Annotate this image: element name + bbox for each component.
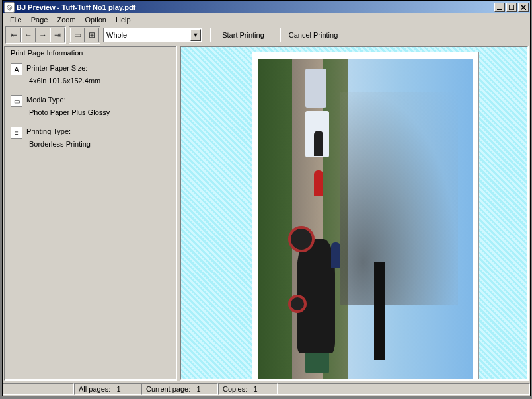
zoom-dropdown-button[interactable]: ▼	[190, 29, 201, 41]
preview-area[interactable]	[180, 46, 529, 381]
media-type-label: Media Type:	[26, 95, 66, 107]
all-pages-label: All pages:	[79, 385, 110, 393]
view-group: ▭ ⊞	[69, 26, 100, 44]
grid-icon: ⊞	[89, 30, 95, 40]
arrow-left-icon: ←	[24, 30, 32, 40]
copies-label: Copies:	[223, 385, 247, 393]
all-pages-value: 1	[116, 385, 120, 393]
first-page-icon: ⇤	[11, 30, 17, 40]
cancel-printing-button[interactable]: Cancel Printing	[280, 28, 346, 42]
printing-type-label: Printing Type:	[26, 127, 71, 139]
media-type-row: ▭ Media Type:	[5, 91, 176, 108]
app-icon: ◎	[4, 2, 15, 13]
status-current-page: Current page: 1	[141, 383, 218, 395]
media-type-icon: ▭	[11, 95, 22, 107]
zoom-value: Whole	[106, 31, 127, 39]
toolbar: ⇤ ← → ⇥ ▭ ⊞ Whole ▼ Start Printing Cance…	[3, 26, 530, 44]
maximize-icon	[509, 5, 514, 10]
sidebar-header: Print Page Information	[5, 47, 176, 59]
zoom-select[interactable]: Whole ▼	[103, 28, 202, 42]
menu-option[interactable]: Option	[81, 15, 111, 25]
svg-rect-1	[509, 5, 514, 10]
view-single-button[interactable]: ▭	[70, 28, 85, 42]
arrow-right-icon: →	[39, 30, 47, 40]
copies-value: 1	[253, 385, 257, 393]
close-icon	[521, 5, 526, 10]
svg-rect-0	[497, 9, 502, 10]
menubar: File Page Zoom Option Help	[3, 13, 530, 26]
last-page-button[interactable]: ⇥	[50, 28, 65, 42]
preview-page	[252, 52, 478, 381]
current-page-value: 1	[196, 385, 200, 393]
status-spacer	[278, 383, 530, 395]
media-type-value: Photo Paper Plus Glossy	[5, 108, 176, 123]
printing-type-value: Borderless Printing	[5, 140, 176, 155]
close-button[interactable]	[518, 3, 529, 12]
app-window: ◎ BJ Preview - Tuff-Tuff No1 play.pdf Fi…	[2, 0, 531, 396]
status-copies: Copies: 1	[218, 383, 278, 395]
next-page-button[interactable]: →	[36, 28, 50, 42]
start-printing-button[interactable]: Start Printing	[210, 28, 276, 42]
menu-help[interactable]: Help	[111, 15, 135, 25]
paper-size-label: Printer Paper Size:	[26, 63, 87, 75]
paper-size-icon: A	[11, 63, 22, 75]
page-icon: ▭	[74, 30, 81, 40]
prev-page-button[interactable]: ←	[21, 28, 36, 42]
printing-type-icon: ≡	[11, 127, 22, 139]
statusbar: All pages: 1 Current page: 1 Copies: 1	[3, 382, 530, 396]
menu-page[interactable]: Page	[26, 15, 53, 25]
minimize-button[interactable]	[494, 3, 505, 12]
titlebar[interactable]: ◎ BJ Preview - Tuff-Tuff No1 play.pdf	[3, 1, 530, 13]
menu-file[interactable]: File	[5, 15, 26, 25]
last-page-icon: ⇥	[54, 30, 61, 40]
paper-size-row: A Printer Paper Size:	[5, 59, 176, 77]
first-page-button[interactable]: ⇤	[7, 28, 21, 42]
paper-size-value: 4x6in 101.6x152.4mm	[5, 77, 176, 91]
printing-type-row: ≡ Printing Type:	[5, 123, 176, 140]
current-page-label: Current page:	[146, 385, 190, 393]
minimize-icon	[497, 5, 502, 10]
menu-zoom[interactable]: Zoom	[52, 15, 80, 25]
body: Print Page Information A Printer Paper S…	[3, 44, 530, 382]
nav-group: ⇤ ← → ⇥	[5, 26, 66, 44]
preview-image	[258, 59, 473, 381]
sidebar: Print Page Information A Printer Paper S…	[4, 46, 177, 381]
window-buttons	[493, 3, 529, 12]
window-title: BJ Preview - Tuff-Tuff No1 play.pdf	[17, 3, 135, 11]
chevron-down-icon: ▼	[193, 32, 199, 38]
status-all-pages: All pages: 1	[74, 383, 141, 395]
status-grip	[3, 383, 74, 395]
maximize-button[interactable]	[506, 3, 517, 12]
view-multi-button[interactable]: ⊞	[85, 28, 99, 42]
